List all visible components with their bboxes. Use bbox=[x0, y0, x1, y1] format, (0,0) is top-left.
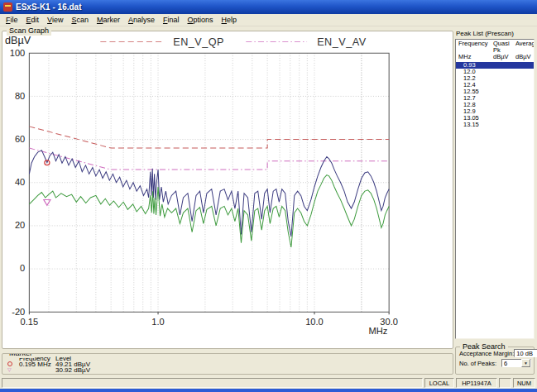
x-tick-label: 0.15 bbox=[21, 317, 39, 327]
trace-average-scan bbox=[29, 175, 389, 247]
marker2-level: 30.92 dBµV bbox=[55, 367, 453, 373]
plot-border bbox=[29, 53, 389, 312]
peak-list-rows: 0.9312.012.212.412.5512.712.812.913.0513… bbox=[456, 62, 534, 128]
status-pane-small bbox=[499, 378, 511, 388]
no-of-peaks-dropdown[interactable]: 6 ▼ bbox=[501, 359, 531, 367]
legend-label-en_v_av: EN_V_AV bbox=[317, 36, 367, 48]
y-tick-label: 40 bbox=[15, 177, 25, 187]
marker1-frequency: 0.195 MHz bbox=[19, 361, 55, 367]
y-tick-label: 80 bbox=[15, 91, 25, 101]
scan-graph-label: Scan Graph bbox=[7, 26, 51, 36]
scan-chart[interactable]: EN_V_QPEN_V_AVdBµV100806040200-200.151.0… bbox=[2, 31, 453, 348]
menu-item-view[interactable]: View bbox=[43, 16, 67, 24]
status-pane-local: LOCAL bbox=[424, 378, 454, 388]
no-of-peaks-value: 6 bbox=[502, 360, 521, 367]
peak-list-header: Frequency Quasi Pk Average MHz dBµV dBµV bbox=[456, 40, 534, 62]
y-tick-label: 100 bbox=[10, 48, 26, 58]
x-tick-label: 1.0 bbox=[151, 317, 164, 327]
peak-search-panel: Peak Search Acceptance Margin: No. of Pe… bbox=[455, 347, 535, 375]
trace-quasi-peak-scan bbox=[29, 151, 389, 237]
window-bottom-border bbox=[0, 389, 537, 392]
x-axis-unit-label: MHz bbox=[369, 327, 388, 337]
y-axis-unit-label: dBµV bbox=[5, 35, 31, 46]
menu-item-help[interactable]: Help bbox=[218, 16, 242, 24]
menu-item-analyse[interactable]: Analyse bbox=[124, 16, 159, 24]
column-header-quasi-pk: Quasi Pk bbox=[493, 41, 515, 54]
column-unit-average: dBµV bbox=[515, 54, 533, 60]
legend-label-en_v_qp: EN_V_QP bbox=[173, 36, 224, 48]
menu-item-scan[interactable]: Scan bbox=[67, 16, 93, 24]
marker2-triangle-down-icon bbox=[44, 200, 50, 206]
status-pane-device: HP11947A bbox=[456, 378, 497, 388]
marker-panel: Marker Frequency Level 0.195 MHz 49.21 d… bbox=[2, 353, 453, 375]
column-header-average: Average bbox=[515, 41, 535, 54]
peak-list-title: Peak List (Prescan) bbox=[456, 30, 537, 37]
marker-level-header: Level bbox=[55, 356, 453, 361]
column-unit-quasi-pk: dBµV bbox=[493, 54, 515, 60]
trace-EN_V_QP-limit bbox=[29, 127, 389, 148]
peak-column: Peak List (Prescan) Frequency Quasi Pk A… bbox=[455, 26, 537, 377]
client-area: Scan Graph EN_V_QPEN_V_AVdBµV10080604020… bbox=[0, 26, 537, 377]
scan-graph-panel: Scan Graph EN_V_QPEN_V_AVdBµV10080604020… bbox=[2, 31, 453, 349]
app-icon bbox=[3, 2, 12, 12]
marker-table: Frequency Level 0.195 MHz 49.21 dBµV ▽ 3… bbox=[2, 354, 453, 373]
title-bar[interactable]: ESxS-K1 - 16.dat bbox=[0, 0, 537, 14]
status-pane-num: NUM bbox=[513, 378, 535, 388]
y-tick-label: 20 bbox=[15, 221, 25, 231]
peak-list: Frequency Quasi Pk Average MHz dBµV dBµV… bbox=[455, 39, 535, 339]
peak-search-label: Peak Search bbox=[460, 342, 508, 351]
acceptance-margin-input[interactable] bbox=[514, 349, 537, 357]
status-pane-message bbox=[2, 378, 423, 388]
chevron-down-icon[interactable]: ▼ bbox=[521, 359, 530, 367]
trace-EN_V_AV-limit bbox=[29, 148, 389, 170]
app-window: ESxS-K1 - 16.dat FileEditViewScanMarkerA… bbox=[0, 0, 537, 392]
no-of-peaks-label: No. of Peaks: bbox=[459, 360, 501, 367]
menu-item-file[interactable]: File bbox=[2, 16, 22, 24]
menu-item-options[interactable]: Options bbox=[184, 16, 218, 24]
x-tick-label: 30.0 bbox=[380, 317, 398, 327]
menu-item-final[interactable]: Final bbox=[159, 16, 184, 24]
x-tick-label: 10.0 bbox=[305, 317, 324, 327]
column-unit-frequency: MHz bbox=[457, 54, 493, 60]
menu-item-marker[interactable]: Marker bbox=[93, 16, 124, 24]
window-title: ESxS-K1 - 16.dat bbox=[16, 2, 81, 12]
marker1-circle-icon bbox=[7, 361, 19, 367]
y-tick-label: 60 bbox=[15, 134, 25, 144]
graph-column: Scan Graph EN_V_QPEN_V_AVdBµV10080604020… bbox=[0, 26, 455, 377]
menu-bar: FileEditViewScanMarkerAnalyseFinalOption… bbox=[0, 14, 537, 26]
marker-panel-label: Marker bbox=[7, 353, 35, 358]
peak-list-row[interactable]: 13.15 bbox=[456, 122, 534, 128]
marker2-frequency bbox=[19, 367, 55, 373]
column-header-frequency: Frequency bbox=[457, 41, 493, 54]
y-tick-label: 0 bbox=[20, 264, 25, 274]
marker1-level: 49.21 dBµV bbox=[55, 361, 453, 367]
y-tick-label: -20 bbox=[12, 307, 25, 317]
menu-item-edit[interactable]: Edit bbox=[22, 16, 44, 24]
marker2-triangle-down-icon: ▽ bbox=[7, 367, 19, 373]
status-bar: LOCAL HP11947A NUM bbox=[0, 377, 537, 389]
